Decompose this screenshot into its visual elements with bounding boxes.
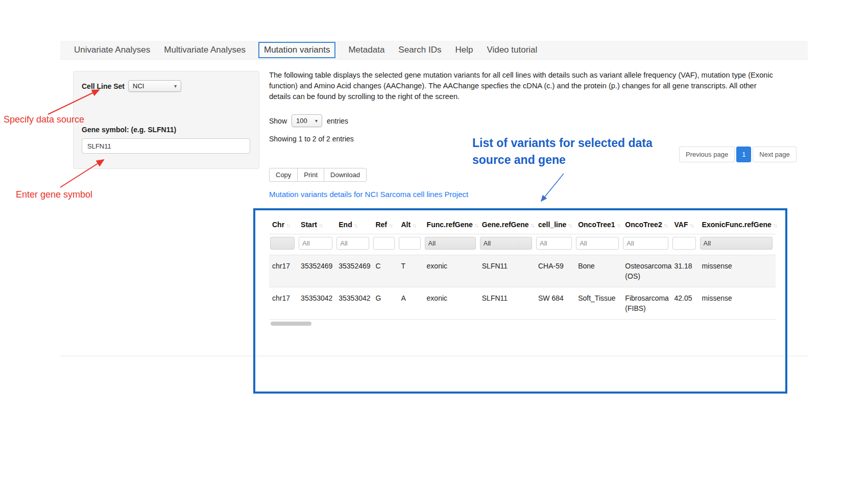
app-root: Univariate AnalysesMultivariate Analyses… xyxy=(0,0,868,488)
table-cell: Soft_Tissue xyxy=(575,287,622,320)
table-cell: missense xyxy=(699,287,776,320)
filter-cell xyxy=(298,234,335,255)
filter-exonicfunc-refgene[interactable] xyxy=(700,237,773,250)
gene-symbol-input[interactable] xyxy=(82,138,250,154)
table-header-row: Chr↑↓Start↑↓End↑↓Ref↑↓Alt↑↓Func.refGene↑… xyxy=(269,215,776,234)
show-label: Show xyxy=(269,117,287,125)
column-label: ExonicFunc.refGene xyxy=(702,221,771,229)
table-row[interactable]: chr173535246935352469CTexonicSLFN11CHA-5… xyxy=(269,255,776,287)
filter-cell xyxy=(479,234,535,255)
table-cell: SLFN11 xyxy=(479,255,535,287)
next-page-button[interactable]: Next page xyxy=(753,147,796,162)
column-label: Func.refGene xyxy=(427,221,473,229)
scrollbar-thumb[interactable] xyxy=(271,322,311,326)
table-cell: 42.05 xyxy=(671,287,699,320)
sort-icon: ↑↓ xyxy=(568,222,571,228)
sort-icon: ↑↓ xyxy=(664,222,667,228)
table-cell: T xyxy=(398,255,423,287)
column-header-cell-line[interactable]: cell_line↑↓ xyxy=(535,215,575,234)
column-header-func-refgene[interactable]: Func.refGene↑↓ xyxy=(424,215,479,234)
table-info-text: Showing 1 to 2 of 2 entries xyxy=(269,135,354,143)
tab-mutation-variants[interactable]: Mutation variants xyxy=(258,42,335,58)
sort-icon: ↑↓ xyxy=(689,222,693,228)
sort-icon: ↑↓ xyxy=(412,222,416,228)
blue-arrow-to-table xyxy=(531,172,572,206)
column-header-end[interactable]: End↑↓ xyxy=(335,215,372,234)
copy-button[interactable]: Copy xyxy=(269,168,298,182)
column-label: OncoTree1 xyxy=(578,221,615,229)
tab-video-tutorial[interactable]: Video tutorial xyxy=(486,42,538,58)
red-arrow-to-data-source xyxy=(45,86,106,117)
table-title-link[interactable]: Mutation variants details for NCI Sarcom… xyxy=(269,190,468,199)
column-header-ref[interactable]: Ref↑↓ xyxy=(372,215,398,234)
nav-tabs: Univariate AnalysesMultivariate Analyses… xyxy=(60,41,808,59)
column-label: Chr xyxy=(272,221,284,229)
filter-start[interactable] xyxy=(299,237,332,250)
horizontal-scrollbar[interactable] xyxy=(269,321,776,326)
column-label: Start xyxy=(301,221,317,229)
chevron-down-icon: ▾ xyxy=(315,118,318,124)
table-row[interactable]: chr173535304235353042GAexonicSLFN11SW 68… xyxy=(269,287,776,320)
table-cell: 35353042 xyxy=(335,287,372,320)
export-button-group: Copy Print Download xyxy=(269,168,367,182)
filter-cell xyxy=(535,234,575,255)
filter-vaf[interactable] xyxy=(672,237,696,250)
column-header-start[interactable]: Start↑↓ xyxy=(298,215,335,234)
page-length-select[interactable]: 100 ▾ xyxy=(292,114,322,127)
table-cell: Osteosarcoma (OS) xyxy=(622,255,671,287)
sort-icon: ↑↓ xyxy=(773,222,777,228)
table-cell: exonic xyxy=(424,255,479,287)
current-page-button[interactable]: 1 xyxy=(736,147,751,162)
tab-metadata[interactable]: Metadata xyxy=(347,42,385,58)
tab-multivariate-analyses[interactable]: Multivariate Analyses xyxy=(163,42,247,58)
filter-alt[interactable] xyxy=(399,237,420,250)
column-label: Alt xyxy=(401,221,411,229)
table-cell: 31.18 xyxy=(671,255,699,287)
annotation-enter-gene-symbol: Enter gene symbol xyxy=(16,189,92,200)
cell-line-set-select[interactable]: NCI ▾ xyxy=(128,80,181,92)
filter-gene-refgene[interactable] xyxy=(480,237,532,250)
filter-cell xyxy=(335,234,372,255)
pagination: Previous page 1 Next page xyxy=(679,147,797,162)
tab-search-ids[interactable]: Search IDs xyxy=(397,42,442,58)
filter-cell xyxy=(622,234,671,255)
sort-icon: ↑↓ xyxy=(617,222,620,228)
previous-page-button[interactable]: Previous page xyxy=(679,147,735,162)
filter-ref[interactable] xyxy=(373,237,395,250)
column-header-exonicfunc-refgene[interactable]: ExonicFunc.refGene↑↓ xyxy=(699,215,776,234)
tab-univariate-analyses[interactable]: Univariate Analyses xyxy=(73,42,151,58)
table-cell: chr17 xyxy=(269,287,298,320)
table-cell: SLFN11 xyxy=(479,287,535,320)
column-header-alt[interactable]: Alt↑↓ xyxy=(398,215,423,234)
table-cell: chr17 xyxy=(269,255,298,287)
column-header-chr[interactable]: Chr↑↓ xyxy=(269,215,298,234)
column-header-vaf[interactable]: VAF↑↓ xyxy=(671,215,699,234)
filter-end[interactable] xyxy=(336,237,369,250)
print-button[interactable]: Print xyxy=(297,168,324,182)
table-cell: exonic xyxy=(424,287,479,320)
tab-help[interactable]: Help xyxy=(454,42,474,58)
table-body: chr173535246935352469CTexonicSLFN11CHA-5… xyxy=(269,255,776,320)
page-length-value: 100 xyxy=(296,117,307,125)
filter-cell-line[interactable] xyxy=(536,237,572,250)
chevron-down-icon: ▾ xyxy=(174,83,177,89)
download-button[interactable]: Download xyxy=(324,168,367,182)
column-header-gene-refgene[interactable]: Gene.refGene↑↓ xyxy=(479,215,535,234)
filter-oncotree2[interactable] xyxy=(623,237,668,250)
column-label: Gene.refGene xyxy=(482,221,529,229)
gene-symbol-label: Gene symbol: (e.g. SLFN11) xyxy=(82,126,251,134)
table-cell: C xyxy=(372,255,398,287)
table-cell: CHA-59 xyxy=(535,255,575,287)
column-header-oncotree2[interactable]: OncoTree2↑↓ xyxy=(622,215,671,234)
column-header-oncotree1[interactable]: OncoTree1↑↓ xyxy=(575,215,622,234)
entries-label: entries xyxy=(327,117,348,125)
filter-oncotree1[interactable] xyxy=(576,237,619,250)
filter-func-refgene[interactable] xyxy=(425,237,476,250)
column-label: OncoTree2 xyxy=(625,221,662,229)
table-filter-row xyxy=(269,234,776,255)
cell-line-set-value: NCI xyxy=(133,82,144,90)
table-cell: 35352469 xyxy=(298,255,335,287)
filter-cell xyxy=(398,234,423,255)
filter-chr[interactable] xyxy=(270,237,295,250)
page-length-control: Show 100 ▾ entries xyxy=(269,114,348,127)
